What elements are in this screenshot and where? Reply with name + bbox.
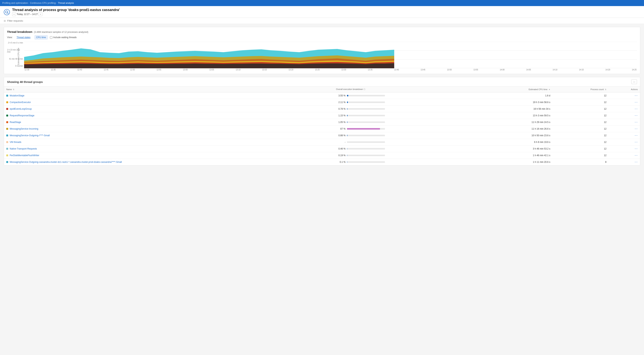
name-cell: RequestResponseStage (4, 112, 334, 119)
name-cell: epollEventLoopGroup (4, 106, 334, 112)
col-process-count[interactable]: Process count ⇅ (552, 86, 609, 92)
thread-name-link[interactable]: MutationStage (10, 94, 24, 97)
time-range: Today, 12:27 – 14:27 (17, 13, 38, 16)
include-waiting-label[interactable]: Include waiting threads (50, 36, 77, 39)
thread-breakdown-card: Thread breakdown (3.48M stacktrace sampl… (4, 27, 640, 74)
more-options-button[interactable]: ··· (631, 80, 637, 84)
process-count-cell: 12 (552, 99, 609, 106)
thread-name-link[interactable]: epollEventLoopGroup (10, 108, 32, 110)
row-actions-button[interactable]: ··· (635, 100, 638, 104)
row-actions-button[interactable]: ··· (635, 140, 638, 144)
view-label: View: (7, 36, 12, 39)
bar-background (347, 135, 385, 136)
x-axis: 12:30 12:35 12:40 12:45 12:50 12:55 13:0… (24, 69, 637, 71)
table-header-row: Name ⇅ Overall execution breakdown ⓘ Est… (4, 86, 640, 92)
page-subtitle: ‹ Today, 12:27 – 14:27 › (12, 12, 120, 16)
thread-name-link[interactable]: CompactionExecutor (10, 101, 31, 104)
actions-cell: ··· (609, 92, 640, 99)
thread-color (6, 101, 8, 103)
thread-color (6, 108, 8, 110)
row-actions-button[interactable]: ··· (635, 127, 638, 130)
breadcrumb-cpu-profiling[interactable]: Continuous CPU profiling (28, 2, 56, 4)
thread-name-link[interactable]: VM threads (10, 141, 21, 144)
time-prev-button[interactable]: ‹ (12, 12, 16, 16)
thread-name-link[interactable]: MessagingService-Incoming (10, 128, 38, 130)
name-sort-icon: ⇅ (13, 88, 14, 90)
row-actions-button[interactable]: ··· (635, 114, 638, 117)
include-waiting-checkbox[interactable] (50, 36, 52, 39)
pct-value: 0.1 % (336, 161, 346, 163)
thread-color (6, 161, 8, 163)
thread-chart (24, 42, 637, 68)
row-actions-button[interactable]: ··· (635, 147, 638, 150)
row-actions-button[interactable]: ··· (635, 134, 638, 137)
name-cell: MessagingService-Outgoing-/****-Small (4, 132, 334, 139)
filter-input[interactable] (7, 19, 45, 22)
thread-groups-section: Showing 48 thread groups ··· Name ⇅ Over… (4, 77, 640, 166)
process-count-cell: 12 (552, 92, 609, 99)
process-count-sort-icon: ⇅ (605, 88, 606, 90)
breakdown-cell: 0.88 % (334, 132, 480, 139)
row-actions-button[interactable]: ··· (635, 154, 638, 157)
actions-cell: ··· (609, 119, 640, 126)
table-row: MutationStage 3.55 % 1.6 d 12 ··· (4, 92, 640, 99)
bar-fill (347, 95, 348, 96)
col-cpu-time[interactable]: Estimated CPU time ▼ (480, 86, 552, 92)
breakdown-cell: 87 % (334, 126, 480, 132)
thread-name-link[interactable]: ReadStage (10, 121, 21, 124)
table-row: ReadStage 1.05 % 11 h 29 min 24.5 s 12 ·… (4, 119, 640, 126)
cpu-time-cell: 16 h 56 min 34 s (480, 106, 552, 112)
breadcrumb-profiling[interactable]: Profiling and optimization (2, 2, 28, 4)
view-cpu-time-button[interactable]: CPU time (34, 35, 48, 40)
breakdown-cell: 0.46 % (334, 146, 480, 152)
actions-cell: ··· (609, 132, 640, 139)
pct-value: 0.19 % (336, 154, 346, 157)
bar-background (347, 108, 385, 110)
bar-fill (347, 102, 348, 103)
thread-color (6, 95, 8, 96)
thread-groups-title: Showing 48 thread groups (7, 80, 43, 84)
top-navigation: Profiling and optimization Continuous CP… (0, 0, 644, 6)
thread-breakdown-subtitle: (3.48M stacktrace samples of 12 processe… (34, 31, 88, 34)
bar-background (347, 95, 385, 96)
thread-name-link[interactable]: PerDiskMemtableFlushWriter (10, 154, 39, 157)
pct-value: 87 % (336, 128, 346, 130)
table-row: RequestResponseStage 1.15 % 13 h 3 min 5… (4, 112, 640, 119)
thread-name-link[interactable]: MessagingService-Outgoing-cassandra-clus… (10, 161, 122, 163)
bar-fill (347, 122, 347, 123)
table-row: VM threads - 6 h 8 min 19.6 s 12 ··· (4, 139, 640, 146)
thread-name-link[interactable]: MessagingService-Outgoing-/****-Small (10, 134, 50, 137)
table-row: MessagingService-Incoming 87 % 11 h 16 m… (4, 126, 640, 132)
row-actions-button[interactable]: ··· (635, 120, 638, 124)
actions-cell: ··· (609, 112, 640, 119)
thread-name-link[interactable]: Native-Transport-Requests (10, 148, 37, 150)
bar-background (347, 115, 385, 116)
col-name[interactable]: Name ⇅ (4, 86, 334, 92)
name-cell: CompactionExecutor (4, 99, 334, 106)
row-actions-button[interactable]: ··· (635, 160, 638, 164)
row-actions-button[interactable]: ··· (635, 107, 638, 110)
view-controls: View: Thread states CPU time Include wai… (7, 35, 637, 40)
bar-fill (347, 135, 347, 136)
thread-color (6, 148, 8, 150)
thread-name-link[interactable]: RequestResponseStage (10, 114, 34, 117)
name-cell: PerDiskMemtableFlushWriter (4, 152, 334, 159)
name-cell: Native-Transport-Requests (4, 146, 334, 152)
cpu-time-sort-icon: ▼ (548, 88, 550, 90)
page-icon (4, 9, 10, 15)
main-content: Thread breakdown (3.48M stacktrace sampl… (0, 24, 644, 168)
time-next-button[interactable]: › (38, 12, 42, 16)
col-breakdown: Overall execution breakdown ⓘ (334, 86, 480, 92)
row-actions-button[interactable]: ··· (635, 94, 638, 97)
actions-cell: ··· (609, 126, 640, 132)
view-thread-states-button[interactable]: Thread states (15, 35, 32, 40)
thread-groups-header: Showing 48 thread groups ··· (4, 77, 640, 86)
breadcrumb-thread-analysis[interactable]: Thread analysis (56, 2, 74, 4)
actions-cell: ··· (609, 152, 640, 159)
breakdown-info-icon: ⓘ (364, 88, 365, 90)
actions-cell: ··· (609, 159, 640, 166)
process-count-cell: 12 (552, 106, 609, 112)
table-row: epollEventLoopGroup 0.78 % 16 h 56 min 3… (4, 106, 640, 112)
process-count-cell: 12 (552, 139, 609, 146)
process-count-cell: 12 (552, 112, 609, 119)
